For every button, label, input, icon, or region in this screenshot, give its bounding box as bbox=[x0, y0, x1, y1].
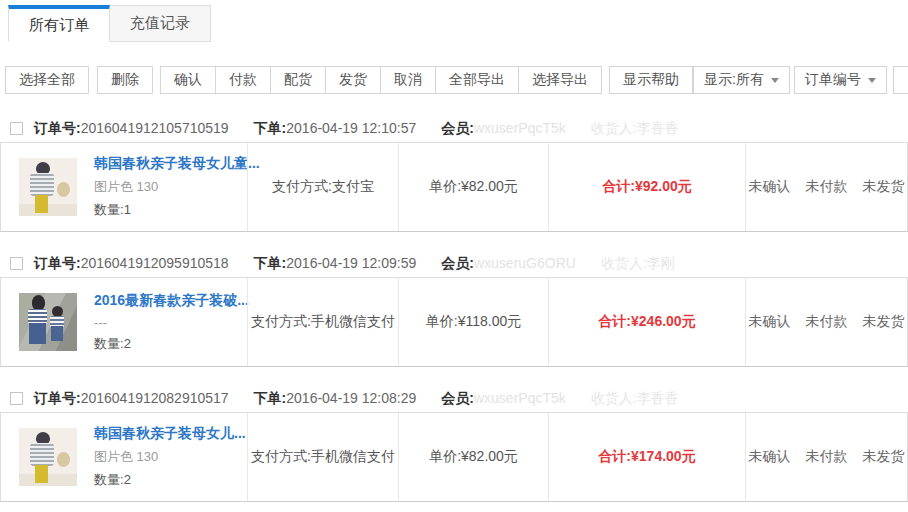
order-number: 订单号:2016041912082910517 bbox=[34, 390, 229, 408]
status-unshipped: 未发货 bbox=[863, 313, 905, 331]
order-receiver: 收货人:李香香 bbox=[591, 390, 679, 408]
payment-method: 支付方式:手机微信支付 bbox=[247, 413, 398, 501]
tab-bar: 所有订单 充值记录 bbox=[0, 0, 908, 42]
order-member: 会员:wxuserPqcT5k bbox=[441, 390, 565, 408]
product-info: 2016最新春款亲子装破... --- 数量:2 bbox=[94, 292, 249, 353]
order-search-input[interactable] bbox=[893, 66, 908, 94]
status-unpaid: 未付款 bbox=[806, 313, 848, 331]
ship-button[interactable]: 发货 bbox=[325, 66, 381, 94]
product-cell: 2016最新春款亲子装破... --- 数量:2 bbox=[1, 278, 247, 366]
tab-all-orders-label: 所有订单 bbox=[29, 16, 89, 35]
status-unconfirmed: 未确认 bbox=[749, 178, 791, 196]
show-help-button[interactable]: 显示帮助 bbox=[609, 66, 693, 94]
show-filter-dropdown[interactable]: 显示:所有 bbox=[693, 66, 790, 94]
order-total: 合计:¥174.00元 bbox=[548, 413, 745, 501]
product-title-link[interactable]: 2016最新春款亲子装破... bbox=[94, 292, 249, 310]
product-title-link[interactable]: 韩国春秋亲子装母女儿... bbox=[94, 425, 246, 443]
pay-button[interactable]: 付款 bbox=[215, 66, 271, 94]
payment-method: 支付方式:支付宝 bbox=[247, 143, 398, 231]
product-info: 韩国春秋亲子装母女儿... 图片色 130 数量:2 bbox=[94, 425, 246, 489]
order-list: 订单号:2016041912105710519 下单:2016-04-19 12… bbox=[0, 115, 908, 502]
status-unconfirmed: 未确认 bbox=[749, 448, 791, 466]
order-placed-time: 下单:2016-04-19 12:10:57 bbox=[254, 120, 417, 138]
order-checkbox[interactable] bbox=[10, 122, 23, 135]
order-card: 韩国春秋亲子装母女儿... 图片色 130 数量:2 支付方式:手机微信支付 单… bbox=[0, 412, 908, 502]
order-card: 韩国春秋亲子装母女儿童... 图片色 130 数量:1 支付方式:支付宝 单价:… bbox=[0, 142, 908, 232]
status-unshipped: 未发货 bbox=[863, 178, 905, 196]
order-header: 订单号:2016041912105710519 下单:2016-04-19 12… bbox=[0, 115, 908, 142]
status-unpaid: 未付款 bbox=[806, 448, 848, 466]
tab-recharge-records[interactable]: 充值记录 bbox=[110, 5, 211, 42]
payment-method: 支付方式:手机微信支付 bbox=[247, 278, 398, 366]
status-unconfirmed: 未确认 bbox=[749, 313, 791, 331]
tab-recharge-records-label: 充值记录 bbox=[130, 14, 190, 33]
product-quantity: 数量:2 bbox=[94, 471, 246, 489]
product-quantity: 数量:1 bbox=[94, 201, 260, 219]
select-all-button[interactable]: 选择全部 bbox=[5, 66, 89, 94]
order-status-cell: 未确认 未付款 未发货 bbox=[745, 413, 907, 501]
search-type-dropdown[interactable]: 订单编号 bbox=[794, 66, 887, 94]
order-checkbox[interactable] bbox=[10, 257, 23, 270]
product-variant: 图片色 130 bbox=[94, 178, 260, 196]
product-variant: 图片色 130 bbox=[94, 448, 246, 466]
product-info: 韩国春秋亲子装母女儿童... 图片色 130 数量:1 bbox=[94, 155, 260, 219]
order-total: 合计:¥246.00元 bbox=[548, 278, 745, 366]
order-status-cell: 未确认 未付款 未发货 bbox=[745, 278, 907, 366]
order-management-page: 所有订单 充值记录 选择全部 删除 确认 付款 配货 发货 取消 全部导出 选择… bbox=[0, 0, 908, 512]
delete-button[interactable]: 删除 bbox=[97, 66, 153, 94]
product-thumbnail[interactable] bbox=[19, 428, 77, 486]
product-cell: 韩国春秋亲子装母女儿... 图片色 130 数量:2 bbox=[1, 413, 247, 501]
order-placed-time: 下单:2016-04-19 12:09:59 bbox=[254, 255, 417, 273]
order-receiver: 收货人:李香香 bbox=[591, 120, 679, 138]
tab-all-orders[interactable]: 所有订单 bbox=[8, 5, 110, 42]
status-unshipped: 未发货 bbox=[863, 448, 905, 466]
export-all-button[interactable]: 全部导出 bbox=[435, 66, 519, 94]
order-action-button-group: 确认 付款 配货 发货 取消 全部导出 选择导出 bbox=[160, 66, 602, 94]
product-variant: --- bbox=[94, 315, 249, 330]
order-member: 会员:wxuseruG6ORU bbox=[441, 255, 576, 273]
order-toolbar: 选择全部 删除 确认 付款 配货 发货 取消 全部导出 选择导出 显示帮助 显示… bbox=[5, 66, 908, 94]
export-selected-button[interactable]: 选择导出 bbox=[518, 66, 602, 94]
show-filter-dropdown-label: 显示:所有 bbox=[704, 71, 764, 89]
order-placed-time: 下单:2016-04-19 12:08:29 bbox=[254, 390, 417, 408]
product-cell: 韩国春秋亲子装母女儿童... 图片色 130 数量:1 bbox=[1, 143, 247, 231]
order-item: 订单号:2016041912095910518 下单:2016-04-19 12… bbox=[0, 250, 908, 367]
order-status-cell: 未确认 未付款 未发货 bbox=[745, 143, 907, 231]
product-thumbnail[interactable] bbox=[19, 293, 77, 351]
unit-price: 单价:¥118.00元 bbox=[398, 278, 548, 366]
cancel-button[interactable]: 取消 bbox=[380, 66, 436, 94]
caret-down-icon bbox=[868, 78, 876, 83]
unit-price: 单价:¥82.00元 bbox=[398, 413, 548, 501]
search-type-dropdown-label: 订单编号 bbox=[805, 71, 861, 89]
order-header: 订单号:2016041912095910518 下单:2016-04-19 12… bbox=[0, 250, 908, 277]
order-card: 2016最新春款亲子装破... --- 数量:2 支付方式:手机微信支付 单价:… bbox=[0, 277, 908, 367]
order-checkbox[interactable] bbox=[10, 392, 23, 405]
unit-price: 单价:¥82.00元 bbox=[398, 143, 548, 231]
order-receiver: 收货人:李刚 bbox=[601, 255, 675, 273]
status-unpaid: 未付款 bbox=[806, 178, 848, 196]
order-header: 订单号:2016041912082910517 下单:2016-04-19 12… bbox=[0, 385, 908, 412]
confirm-button[interactable]: 确认 bbox=[160, 66, 216, 94]
allocate-button[interactable]: 配货 bbox=[270, 66, 326, 94]
order-item: 订单号:2016041912105710519 下单:2016-04-19 12… bbox=[0, 115, 908, 232]
order-item: 订单号:2016041912082910517 下单:2016-04-19 12… bbox=[0, 385, 908, 502]
order-total: 合计:¥92.00元 bbox=[548, 143, 745, 231]
product-thumbnail[interactable] bbox=[19, 158, 77, 216]
order-number: 订单号:2016041912095910518 bbox=[34, 255, 229, 273]
product-quantity: 数量:2 bbox=[94, 335, 249, 353]
caret-down-icon bbox=[771, 78, 779, 83]
product-title-link[interactable]: 韩国春秋亲子装母女儿童... bbox=[94, 155, 260, 173]
order-number: 订单号:2016041912105710519 bbox=[34, 120, 229, 138]
order-member: 会员:wxuserPqcT5k bbox=[441, 120, 565, 138]
